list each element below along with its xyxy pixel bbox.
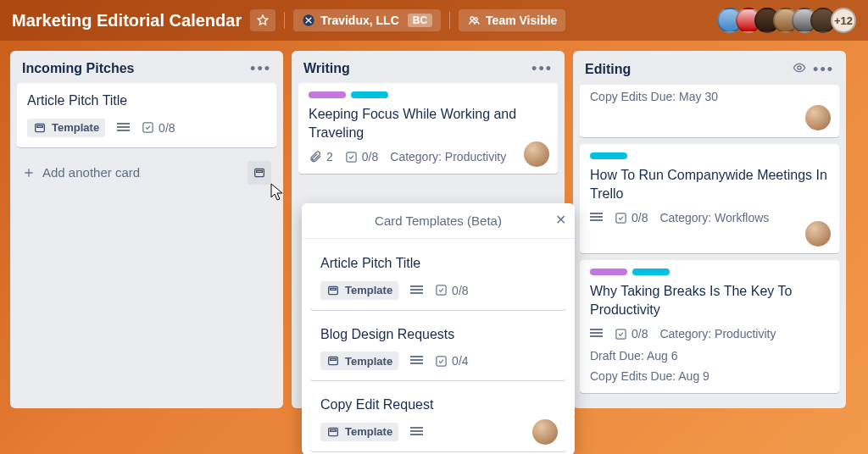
svg-rect-11 bbox=[616, 329, 626, 339]
due-text: Copy Edits Due: May 30 bbox=[590, 90, 829, 103]
svg-rect-17 bbox=[437, 357, 446, 366]
svg-rect-13 bbox=[331, 288, 337, 290]
template-title: Blog Design Requests bbox=[320, 325, 556, 344]
card-member-avatar[interactable] bbox=[805, 105, 831, 130]
create-from-template-button[interactable] bbox=[248, 161, 271, 185]
popup-title: Card Templates (Beta) bbox=[375, 213, 502, 228]
card-partial-top[interactable]: Copy Edits Due: May 30 bbox=[580, 85, 839, 137]
card-member-avatar[interactable] bbox=[532, 419, 558, 445]
card-badges: 0/8 Category: Workflows bbox=[590, 211, 829, 224]
label-purple[interactable] bbox=[590, 269, 627, 275]
org-button[interactable]: Travidux, LLC BC bbox=[293, 9, 441, 31]
card-badges: 0/8 Category: Productivity bbox=[590, 327, 829, 340]
list-header: Editing ••• bbox=[580, 58, 839, 85]
card-title: Why Taking Breaks Is The Key To Producti… bbox=[590, 282, 829, 318]
popup-header: Card Templates (Beta) ✕ bbox=[302, 203, 575, 239]
template-title: Article Pitch Title bbox=[320, 254, 556, 273]
due-text: Copy Edits Due: Aug 9 bbox=[590, 369, 829, 383]
card-article-pitch[interactable]: Article Pitch Title Template 0/8 bbox=[17, 83, 276, 147]
card-companywide-meetings[interactable]: How To Run Companywide Meetings In Trell… bbox=[580, 144, 839, 253]
label-sky[interactable] bbox=[351, 91, 388, 98]
visibility-button[interactable]: Team Visible bbox=[459, 9, 565, 31]
list-editing: Editing ••• Copy Edits Due: May 30 How T… bbox=[573, 51, 846, 408]
org-badge: BC bbox=[408, 14, 432, 27]
card-templates-popup: Card Templates (Beta) ✕ Article Pitch Ti… bbox=[302, 203, 575, 454]
svg-rect-19 bbox=[331, 429, 337, 431]
list-footer: Add another card bbox=[17, 154, 276, 186]
checklist-badge: 0/8 bbox=[142, 121, 175, 135]
label-sky[interactable] bbox=[590, 152, 627, 159]
template-label: Template bbox=[345, 355, 392, 368]
checklist-badge: 0/8 bbox=[345, 150, 378, 163]
card-badges: Template bbox=[320, 423, 556, 441]
star-button[interactable] bbox=[250, 9, 275, 31]
checklist-count: 0/8 bbox=[632, 211, 648, 224]
svg-rect-14 bbox=[437, 285, 446, 295]
svg-point-2 bbox=[475, 18, 477, 20]
card-badges: Template 0/8 bbox=[27, 119, 266, 137]
list-header: Writing ••• bbox=[298, 58, 558, 83]
description-icon bbox=[117, 121, 130, 135]
watch-icon[interactable] bbox=[793, 61, 806, 78]
avatar-more[interactable]: +12 bbox=[831, 8, 856, 33]
template-option[interactable]: Copy Edit Request Template bbox=[310, 387, 566, 451]
attachments-count: 2 bbox=[326, 150, 333, 163]
list-title[interactable]: Incoming Pitches bbox=[22, 61, 134, 76]
checklist-badge: 0/8 bbox=[435, 284, 468, 297]
add-card-button[interactable]: Add another card bbox=[22, 165, 140, 180]
add-card-label: Add another card bbox=[42, 165, 140, 180]
card-title: How To Run Companywide Meetings In Trell… bbox=[590, 166, 829, 202]
visibility-label: Team Visible bbox=[486, 14, 557, 27]
svg-rect-10 bbox=[616, 213, 626, 223]
template-option[interactable]: Blog Design Requests Template 0/4 bbox=[310, 317, 566, 381]
template-chip: Template bbox=[320, 352, 398, 370]
card-title: Article Pitch Title bbox=[27, 91, 266, 110]
list-title[interactable]: Writing bbox=[303, 61, 350, 76]
list-menu-button[interactable]: ••• bbox=[531, 64, 553, 73]
label-purple[interactable] bbox=[309, 91, 346, 98]
due-text: Draft Due: Aug 6 bbox=[590, 349, 829, 363]
list-title[interactable]: Editing bbox=[585, 62, 631, 77]
card-taking-breaks[interactable]: Why Taking Breaks Is The Key To Producti… bbox=[580, 260, 839, 393]
template-label: Template bbox=[52, 121, 99, 134]
template-chip: Template bbox=[27, 119, 105, 137]
svg-rect-16 bbox=[331, 359, 337, 361]
description-icon bbox=[410, 354, 423, 368]
svg-rect-5 bbox=[143, 123, 153, 132]
separator bbox=[284, 12, 285, 29]
description-icon bbox=[590, 211, 603, 224]
list-incoming-pitches: Incoming Pitches ••• Article Pitch Title… bbox=[10, 51, 283, 408]
card-labels bbox=[309, 91, 548, 98]
card-member-avatar[interactable] bbox=[805, 221, 831, 246]
card-member-avatar[interactable] bbox=[524, 141, 549, 167]
card-badges: Template 0/8 bbox=[320, 281, 556, 300]
checklist-badge: 0/8 bbox=[615, 327, 648, 340]
template-chip: Template bbox=[320, 423, 398, 441]
custom-field-category: Category: Productivity bbox=[659, 327, 776, 340]
member-avatars: +12 bbox=[724, 8, 856, 33]
card-labels bbox=[590, 269, 829, 275]
card-title: Keeping Focus While Working and Travelin… bbox=[309, 105, 548, 141]
popup-close-button[interactable]: ✕ bbox=[555, 212, 566, 228]
card-badges: Template 0/4 bbox=[320, 352, 556, 370]
template-option[interactable]: Article Pitch Title Template 0/8 bbox=[310, 246, 566, 310]
template-chip: Template bbox=[320, 281, 398, 300]
board-title[interactable]: Marketing Editorial Calendar bbox=[12, 11, 242, 30]
board-header: Marketing Editorial Calendar Travidux, L… bbox=[0, 0, 868, 41]
attachments-badge: 2 bbox=[309, 150, 333, 163]
description-icon bbox=[410, 425, 423, 439]
list-menu-button[interactable]: ••• bbox=[813, 65, 834, 74]
checklist-badge: 0/4 bbox=[435, 354, 468, 368]
card-badges: 2 0/8 Category: Productivity bbox=[309, 150, 548, 163]
separator bbox=[449, 12, 450, 29]
checklist-count: 0/8 bbox=[452, 284, 468, 297]
org-name: Travidux, LLC bbox=[320, 14, 399, 27]
template-label: Template bbox=[345, 425, 392, 438]
svg-point-9 bbox=[798, 66, 801, 69]
template-title: Copy Edit Request bbox=[320, 396, 556, 414]
card-keeping-focus[interactable]: Keeping Focus While Working and Travelin… bbox=[298, 83, 558, 174]
svg-rect-4 bbox=[37, 125, 43, 127]
label-sky[interactable] bbox=[632, 269, 670, 275]
list-menu-button[interactable]: ••• bbox=[250, 64, 271, 73]
svg-rect-7 bbox=[257, 170, 263, 172]
